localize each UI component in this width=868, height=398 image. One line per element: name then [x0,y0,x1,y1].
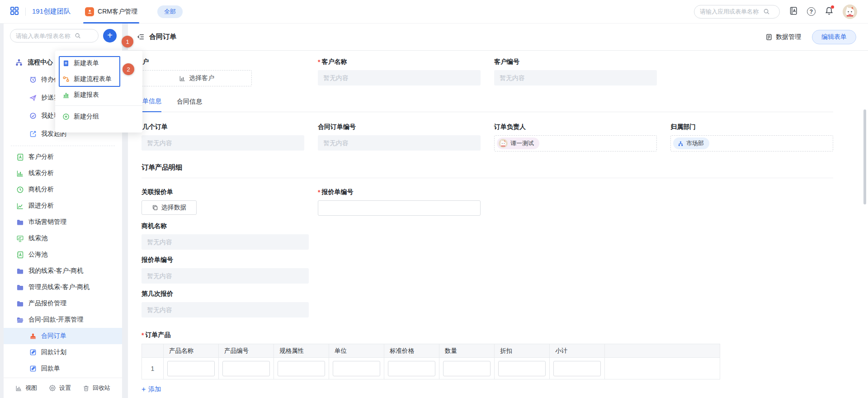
recycle-bin-button[interactable]: 回收站 [83,384,110,392]
user-avatar[interactable] [843,5,857,19]
select-data-label: 选择数据 [161,204,187,212]
trash-icon [83,385,90,392]
address-book-icon[interactable] [789,6,798,17]
cell-subtotal-input[interactable] [553,361,601,376]
scrollbar-thumb[interactable] [863,109,866,204]
quote-no-readonly-input[interactable]: 暂无内容 [142,268,309,284]
menu-item-new-group[interactable]: 新建分组 [55,109,142,124]
section-title: 订单产品明细 [142,163,833,172]
menu-divider [55,105,142,106]
scope-badge[interactable]: 全部 [157,5,183,18]
plus-icon: + [107,30,113,40]
sidebar-item-opportunity-analysis[interactable]: 商机分析 [4,181,122,198]
pen-form-icon [29,349,37,356]
doc-icon [62,60,70,67]
sidebar-item-lead-pool[interactable]: 线索池 [4,230,122,246]
annotation-step-2: 2 [123,63,134,75]
cell-unit-input[interactable] [333,361,380,376]
tab-crm-app[interactable]: CRM客户管理 [83,0,139,24]
global-search-input[interactable] [700,8,763,15]
view-chart-icon [15,385,22,392]
owner-avatar [499,139,508,148]
sidebar-item-payment-receipt[interactable]: 回款单 [4,360,122,377]
apps-grid-icon[interactable] [10,6,19,17]
owner-tag: 谭一测试 [497,137,539,149]
cell-spec-input[interactable] [278,361,325,376]
global-search[interactable] [694,5,780,19]
team-name[interactable]: 191创建团队 [32,7,71,16]
menu-item-label: 新建报表 [74,91,99,99]
tab-contract-info[interactable]: 合同信息 [177,98,202,112]
cell-product-name-input[interactable] [167,361,215,376]
help-icon[interactable]: ? [807,7,816,16]
select-data-button[interactable]: 选择数据 [142,200,197,215]
cell-discount-input[interactable] [498,361,546,376]
sidebar-item-marketing-mgmt[interactable]: 市场营销管理 [4,214,122,230]
owner-name: 谭一测试 [510,139,534,147]
sidebar-item-lead-analysis[interactable]: 线索分析 [4,165,122,181]
sidebar-item-label: 流程中心 [28,58,53,66]
sidebar-item-contract-order[interactable]: 合同订单 [4,328,122,344]
cell-product-no-input[interactable] [222,361,270,376]
menu-item-label: 新建分组 [74,113,99,121]
field-label: 归属部门 [670,123,696,131]
edit-form-label: 编辑表单 [821,33,847,41]
sidebar-item-public-pool[interactable]: 公海池 [4,246,122,263]
sidebar-item-contract-group[interactable]: 合同-回款-开票管理 [4,312,122,328]
main-header: 合同订单 数据管理 编辑表单 [128,24,868,51]
sidebar-item-followup-analysis[interactable]: 跟进分析 [4,198,122,214]
edit-form-button[interactable]: 编辑表单 [812,30,856,44]
col-spec: 规格属性 [274,344,329,358]
customer-name-input[interactable]: 暂无内容 [318,70,481,85]
add-row-button[interactable]: + 添加 [142,385,182,393]
quote-no-input[interactable] [318,200,481,216]
department-name: 市场部 [686,139,704,147]
report-chart-icon [62,91,70,99]
sidebar-search-input[interactable] [16,33,75,39]
notification-bell-icon[interactable] [825,6,834,17]
sidebar-item-payment-plan[interactable]: 回款计划 [4,344,122,360]
field-label: 合同订单编号 [318,123,356,131]
settings-button[interactable]: 设置 [49,384,71,392]
col-product-no: 产品编号 [219,344,274,358]
create-new-button[interactable]: + [103,29,117,43]
table-header-row: 产品名称 产品编号 规格属性 单位 标准价格 数量 折扣 小计 [142,344,720,358]
contract-order-no-input[interactable]: 暂无内容 [318,135,481,151]
customer-no-input[interactable]: 暂无内容 [494,70,657,85]
sidebar-item-admin-leads[interactable]: 管理员线索-客户-商机 [4,279,122,295]
clock-icon [16,186,24,194]
col-std-price: 标准价格 [384,344,439,358]
field-quote-round: 第几次报价 暂无内容 [142,290,309,317]
field-opportunity-name: 商机名称 暂无内容 [142,222,309,250]
sidebar-item-label: 产品报价管理 [28,299,66,308]
quote-round-input[interactable]: 暂无内容 [142,302,309,317]
divider [25,8,26,16]
department-field[interactable]: 市场部 [670,135,833,152]
sidebar-item-customer-analysis[interactable]: 客户分析 [4,149,122,165]
sidebar-item-product-quote-mgmt[interactable]: 产品报价管理 [4,295,122,312]
menu-item-new-report[interactable]: 新建报表 [55,87,142,103]
views-button[interactable]: 视图 [15,384,37,392]
order-owner-field[interactable]: 谭一测试 [494,135,657,152]
folder-icon [16,284,24,291]
sidebar-search[interactable] [10,29,99,43]
flow-icon [62,76,70,83]
order-seq-input[interactable]: 暂无内容 [142,135,304,151]
menu-item-label: 新建表单 [74,59,99,67]
collapse-sidebar-icon[interactable] [137,33,145,41]
select-customer-button[interactable]: 选择客户 [142,70,252,86]
org-icon [678,141,684,147]
col-qty: 数量 [439,344,495,358]
sidebar-item-label: 合同-回款-开票管理 [28,316,83,324]
menu-item-label: 新建流程表单 [74,75,112,83]
trend-chart-icon [16,202,24,210]
sidebar-item-my-leads[interactable]: 我的线索-客户-商机 [4,263,122,279]
cell-qty-input[interactable] [443,361,491,376]
col-discount: 折扣 [495,344,550,358]
table-row: 1 [142,358,720,379]
cell-std-price-input[interactable] [388,361,435,376]
field-contract-order-no: 合同订单编号 暂无内容 [318,123,481,152]
data-manage-button[interactable]: 数据管理 [765,33,801,41]
section-divider [142,178,833,178]
opportunity-name-input[interactable]: 暂无内容 [142,234,309,250]
